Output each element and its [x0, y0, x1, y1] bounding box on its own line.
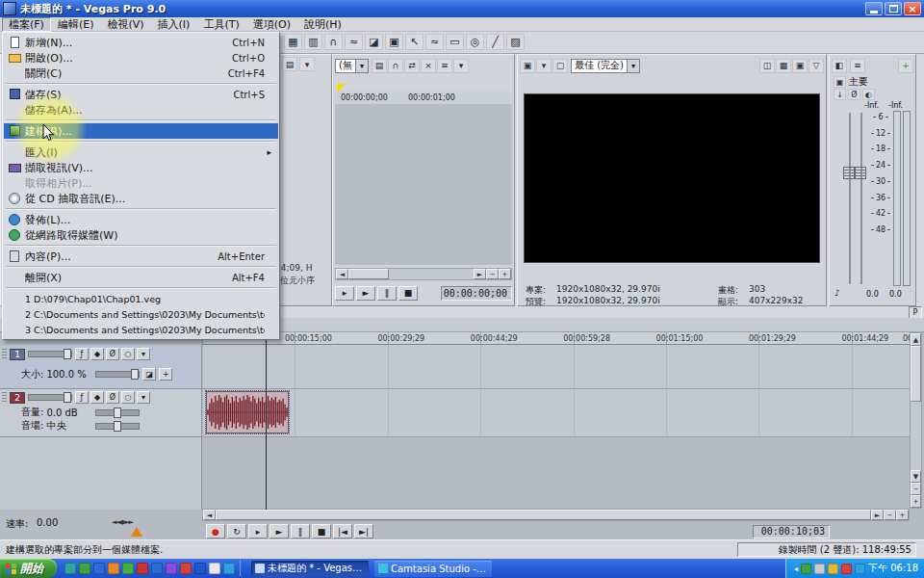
timeline-ruler[interactable]: 00:00:15;0000:00:29;2900:00:44;2900:00:5…	[202, 332, 910, 345]
zoom-out-vertical-icon[interactable]: −	[911, 483, 921, 495]
go-to-end-button[interactable]: ►|	[354, 524, 373, 539]
slider-thumb[interactable]	[114, 407, 121, 418]
pan-slider[interactable]	[95, 423, 140, 430]
trimmer-media-area[interactable]	[335, 104, 512, 265]
fader-track[interactable]	[849, 113, 851, 284]
save-frame-icon[interactable]: ▽	[808, 59, 824, 73]
tray-icon[interactable]	[855, 564, 865, 574]
external-monitor-icon[interactable]: ▢	[552, 59, 568, 73]
zoom-in-vertical-icon[interactable]: +	[911, 495, 921, 508]
pen-tool-icon[interactable]: ╱	[486, 34, 504, 50]
stop-button[interactable]: ■	[398, 286, 418, 301]
track-fx-icon[interactable]: ƒ	[75, 348, 89, 360]
dim-icon[interactable]: ◐	[862, 89, 875, 100]
solo-icon[interactable]: ○	[121, 348, 135, 360]
zoom-tool-icon[interactable]: ◎	[466, 34, 484, 50]
menubar-item[interactable]: 插入(I)	[151, 17, 197, 32]
composite-mode-icon[interactable]: ◪	[142, 368, 156, 381]
volume-slider[interactable]	[95, 409, 140, 416]
zoom-out-icon[interactable]: −	[486, 269, 499, 279]
trimmer-scrollbar[interactable]: ◄ ► − +	[335, 268, 512, 280]
scrollbar-thumb[interactable]	[216, 510, 871, 520]
quicklaunch-icon[interactable]	[180, 563, 192, 574]
magnet-icon[interactable]: ∩	[388, 59, 403, 73]
group-icon[interactable]: ▣	[385, 34, 403, 50]
quicklaunch-icon[interactable]	[151, 563, 163, 574]
quicklaunch-icon[interactable]	[64, 563, 76, 574]
dropdown-icon[interactable]: ▾	[299, 57, 315, 71]
envelope-tool-icon[interactable]: ≈	[425, 34, 444, 50]
file-menu-item[interactable]: 2 C:\Documents and Settings\0203\My Docu…	[4, 306, 278, 322]
tray-icon[interactable]	[801, 564, 811, 574]
track-level-slider[interactable]	[28, 394, 72, 401]
fader-thumb-right[interactable]	[855, 167, 866, 179]
tray-icon[interactable]	[814, 564, 825, 574]
ripple-edit-icon[interactable]: ≈	[345, 34, 363, 50]
more-icon[interactable]: ▾	[137, 391, 150, 404]
menubar-item[interactable]: 選項(O)	[246, 17, 297, 32]
quicklaunch-icon[interactable]	[194, 563, 206, 574]
tray-collapse-icon[interactable]: ◂	[794, 565, 798, 573]
quicklaunch-icon[interactable]	[137, 563, 148, 574]
track-motion-icon[interactable]: +	[159, 368, 172, 381]
slider-thumb[interactable]	[64, 349, 71, 359]
scroll-right-icon[interactable]: ►	[474, 269, 486, 279]
rate-scrub-control[interactable]: ◄◄◆►►	[112, 518, 133, 526]
track-drag-handle[interactable]	[2, 392, 7, 404]
scroll-left-icon[interactable]: ◄	[203, 510, 216, 520]
quicklaunch-icon[interactable]	[223, 563, 235, 574]
menubar-item[interactable]: 檢視(V)	[100, 17, 150, 32]
pause-button[interactable]: ‖	[291, 524, 310, 539]
format-dropdown[interactable]: (無 ▾	[335, 59, 369, 73]
downmix-icon[interactable]: ↓	[834, 89, 846, 100]
track-level-slider[interactable]	[28, 351, 72, 357]
file-menu-item[interactable]: 內容(P)...Alt+Enter	[4, 249, 278, 264]
snap-icon[interactable]: ∩	[324, 34, 343, 50]
pause-button[interactable]: ‖	[377, 286, 397, 301]
scrollbar-thumb[interactable]	[348, 269, 389, 279]
dropdown-icon[interactable]: ▾	[453, 59, 469, 73]
quantize-icon[interactable]: ▥	[304, 34, 322, 50]
fader-track[interactable]	[860, 113, 862, 284]
zoom-out-icon[interactable]: −	[884, 510, 896, 520]
preview-quality-dropdown[interactable]: 最佳 (完全) ▾	[571, 59, 640, 73]
quicklaunch-icon[interactable]	[93, 563, 105, 574]
overlays-icon[interactable]: ▦	[776, 59, 791, 73]
slider-thumb[interactable]	[64, 392, 71, 403]
quicklaunch-icon[interactable]	[209, 563, 220, 574]
menubar-item[interactable]: 編輯(E)	[51, 17, 101, 32]
mute-bus-icon[interactable]: Ø	[848, 89, 860, 100]
track-row-video[interactable]	[202, 345, 910, 389]
grid-icon[interactable]: ▦	[284, 34, 302, 50]
file-menu-item[interactable]: 關閉(C)Ctrl+F4	[4, 66, 278, 81]
properties-icon[interactable]: ▤	[372, 59, 387, 73]
taskbar-task-button[interactable]: 未標題的 * - Vegas P...	[251, 561, 369, 577]
timeline-h-scrollbar[interactable]: ◄ ► − +	[202, 509, 910, 521]
fader-thumb-left[interactable]	[843, 167, 855, 179]
file-menu-item[interactable]: 開啟(O)...Ctrl+O	[4, 50, 278, 66]
lock-envelopes-icon[interactable]: ◪	[365, 34, 383, 50]
track-fx-icon[interactable]: ƒ	[75, 391, 89, 404]
audio-event-clip[interactable]	[206, 391, 289, 434]
mute-icon[interactable]: Ø	[106, 348, 119, 360]
scrollbar-track[interactable]	[911, 402, 921, 470]
mute-icon[interactable]: Ø	[106, 391, 119, 404]
file-menu-item[interactable]: 從網路取得媒體(W)	[4, 227, 278, 243]
play-from-start-button[interactable]: ▸	[248, 524, 268, 539]
trimmer-ruler[interactable]: 00:00:00;00 00:00:01;00	[335, 92, 512, 105]
menubar-item[interactable]: 工具(T)	[196, 17, 245, 32]
taskbar-task-button[interactable]: Camtasia Studio - Unti...	[374, 561, 492, 577]
zoom-in-icon[interactable]: +	[499, 269, 511, 279]
loop-playback-button[interactable]: ↻	[227, 524, 246, 539]
slider-thumb[interactable]	[131, 369, 139, 380]
tray-icon[interactable]	[841, 564, 852, 574]
quicklaunch-icon[interactable]	[108, 563, 119, 574]
file-menu-item[interactable]: 離開(X)Alt+F4	[4, 270, 278, 285]
solo-icon[interactable]: ○	[121, 391, 135, 404]
file-menu-item[interactable]: 3 C:\Documents and Settings\0203\My Docu…	[4, 322, 278, 337]
copy-frame-icon[interactable]: ▣	[792, 59, 808, 73]
selection-tool-icon[interactable]: ▭	[446, 34, 464, 50]
automation-settings-icon[interactable]: ◆	[90, 391, 104, 404]
brush-tool-icon[interactable]: ▨	[506, 34, 525, 50]
tray-icon[interactable]	[828, 564, 838, 574]
